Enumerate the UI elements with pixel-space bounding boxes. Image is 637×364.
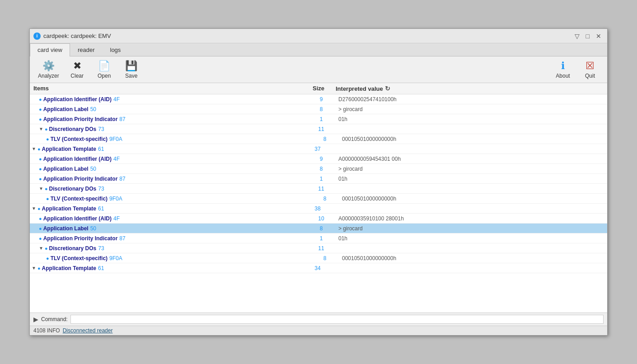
window-title: cardpeek: cardpeek: EMV	[43, 33, 111, 39]
row-icon: ●	[46, 256, 49, 261]
quit-button[interactable]: ☒ Quit	[576, 58, 604, 81]
about-icon: ℹ	[561, 60, 565, 72]
table-row[interactable]: ● Application Priority Indicator 87 1 01…	[30, 233, 607, 243]
collapse-icon[interactable]: ▼	[39, 246, 43, 251]
command-input[interactable]	[70, 315, 604, 324]
tab-bar: card view reader logs	[30, 43, 607, 56]
collapse-icon[interactable]: ▼	[32, 206, 36, 211]
status-link[interactable]: Disconnected reader	[63, 327, 113, 334]
table-row[interactable]: ▼ ● Discretionary DOs 73 11	[30, 124, 607, 134]
table-row[interactable]: ▼ ● Application Template 61 37	[30, 144, 607, 154]
row-icon: ●	[37, 146, 41, 152]
col-size-header: Size	[305, 85, 332, 92]
tab-reader[interactable]: reader	[70, 43, 103, 56]
content-area: Items Size Interpreted value ↻ ● Applica…	[30, 83, 607, 313]
table-row[interactable]: ● Application Label 50 8 > girocard	[30, 164, 607, 174]
table-row[interactable]: ● Application Identifier (AID) 4F 10 A00…	[30, 214, 607, 224]
analyzer-button[interactable]: ⚙️ Analyzer	[33, 58, 64, 81]
table-row[interactable]: ● Application Identifier (AID) 4F 9 D276…	[30, 94, 607, 104]
table-row[interactable]: ● TLV (Context-specific) 9F0A 8 00010501…	[30, 194, 607, 204]
col-value-header: Interpreted value ↻	[332, 85, 607, 92]
row-icon: ●	[39, 236, 42, 241]
clear-button[interactable]: ✖ Clear	[64, 58, 91, 81]
collapse-icon[interactable]: ▼	[32, 146, 36, 151]
collapse-icon[interactable]: ▼	[39, 186, 43, 191]
table-row[interactable]: ▼ ● Application Template 61 34	[30, 263, 607, 273]
table-row[interactable]: ● Application Label 50 8 > girocard	[30, 104, 607, 114]
table-row[interactable]: ● TLV (Context-specific) 9F0A 8 00010501…	[30, 253, 607, 263]
table-row[interactable]: ▼ ● Application Template 61 38	[30, 204, 607, 214]
tab-card-view[interactable]: card view	[30, 43, 70, 56]
status-code: 4108 INFO	[33, 327, 60, 334]
col-items-header: Items	[30, 85, 305, 92]
minimize-button[interactable]: ▽	[572, 32, 582, 41]
command-bar: ▶ Command:	[30, 313, 607, 326]
open-icon: 📄	[98, 60, 110, 72]
row-icon: ●	[39, 166, 42, 172]
save-icon: 💾	[125, 60, 137, 72]
row-icon: ●	[39, 216, 42, 221]
close-button[interactable]: ✕	[594, 32, 604, 41]
row-icon: ●	[39, 107, 42, 112]
table-row[interactable]: ● Application Identifier (AID) 4F 9 A000…	[30, 154, 607, 164]
row-icon: ●	[37, 206, 41, 211]
command-label: Command:	[41, 316, 68, 322]
table-row[interactable]: ● Application Priority Indicator 87 1 01…	[30, 174, 607, 184]
table-row[interactable]: ▼ ● Discretionary DOs 73 11	[30, 243, 607, 253]
save-button[interactable]: 💾 Save	[118, 58, 145, 81]
main-window: i cardpeek: cardpeek: EMV ▽ □ ✕ card vie…	[29, 28, 608, 336]
row-icon: ●	[37, 266, 41, 271]
row-icon: ●	[39, 97, 42, 102]
command-icon: ▶	[33, 316, 38, 323]
clear-icon: ✖	[73, 60, 81, 72]
analyzer-icon: ⚙️	[42, 60, 55, 72]
status-bar: 4108 INFO Disconnected reader	[30, 326, 607, 335]
row-icon: ●	[39, 156, 42, 162]
row-icon: ●	[46, 196, 49, 201]
row-icon: ●	[45, 186, 48, 191]
row-icon: ●	[45, 246, 48, 251]
title-bar-controls: ▽ □ ✕	[572, 32, 604, 41]
table-row[interactable]: ▼ ● Discretionary DOs 73 11	[30, 184, 607, 194]
collapse-icon[interactable]: ▼	[39, 126, 43, 131]
tab-logs[interactable]: logs	[103, 43, 129, 56]
toolbar: ⚙️ Analyzer ✖ Clear 📄 Open 💾 Save ℹ Abou…	[30, 56, 607, 83]
collapse-icon[interactable]: ▼	[32, 266, 36, 271]
table-body: ● Application Identifier (AID) 4F 9 D276…	[30, 94, 607, 313]
open-button[interactable]: 📄 Open	[91, 58, 118, 81]
row-icon: ●	[39, 117, 42, 122]
title-bar: i cardpeek: cardpeek: EMV ▽ □ ✕	[30, 29, 607, 43]
title-bar-left: i cardpeek: cardpeek: EMV	[33, 33, 111, 40]
app-icon: i	[33, 33, 41, 40]
table-row[interactable]: ● TLV (Context-specific) 9F0A 8 00010501…	[30, 134, 607, 144]
refresh-icon[interactable]: ↻	[385, 85, 390, 92]
row-icon: ●	[46, 136, 49, 142]
table-header: Items Size Interpreted value ↻	[30, 83, 607, 94]
row-icon: ●	[39, 226, 42, 231]
row-icon: ●	[45, 126, 48, 132]
quit-icon: ☒	[585, 60, 595, 72]
restore-button[interactable]: □	[584, 32, 592, 41]
table-row[interactable]: ● Application Priority Indicator 87 1 01…	[30, 114, 607, 124]
table-row-selected[interactable]: ● Application Label 50 8 > girocard	[30, 224, 607, 233]
row-icon: ●	[39, 176, 42, 182]
about-button[interactable]: ℹ About	[549, 58, 576, 81]
